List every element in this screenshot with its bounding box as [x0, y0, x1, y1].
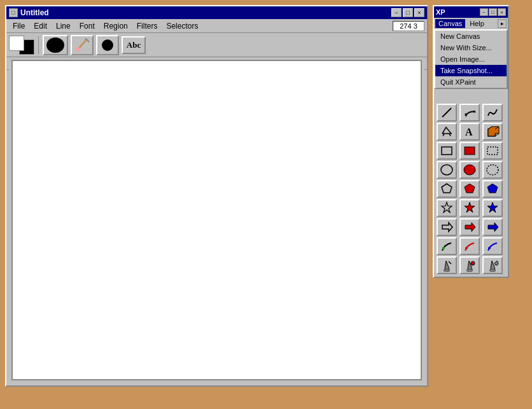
- tool-grid-container: A: [434, 101, 508, 277]
- color-oval-icon: [46, 37, 65, 53]
- arrow-shape-filled-btn[interactable]: [459, 218, 480, 236]
- fill3-tool-btn[interactable]: [482, 256, 503, 274]
- color-swatch-area: [9, 36, 34, 55]
- svg-marker-26: [465, 202, 475, 212]
- menu-bar: File Edit Line Font Region Filters Selec…: [6, 19, 427, 33]
- star-filled-btn[interactable]: [459, 199, 480, 217]
- xpaint-close-btn[interactable]: ×: [498, 8, 506, 16]
- close-button[interactable]: ×: [414, 8, 424, 17]
- dot-tool-button[interactable]: [96, 35, 119, 55]
- menu-region[interactable]: Region: [100, 20, 132, 32]
- svg-line-35: [449, 261, 451, 264]
- poly-lasso-btn[interactable]: [482, 180, 503, 198]
- freehand-tool-btn[interactable]: [482, 104, 503, 121]
- rect-dotted-btn[interactable]: [482, 142, 503, 160]
- background-color[interactable]: [9, 36, 24, 51]
- svg-line-15: [495, 134, 499, 136]
- menu-open-image[interactable]: Open Image...: [435, 53, 507, 65]
- svg-marker-29: [465, 223, 475, 232]
- svg-rect-18: [487, 147, 498, 155]
- xpaint-menu-extra-btn[interactable]: ▸: [498, 19, 507, 28]
- text-tool-button[interactable]: Abc: [122, 36, 146, 54]
- svg-point-37: [471, 261, 475, 265]
- circle-dotted-btn[interactable]: [482, 161, 503, 179]
- menu-file[interactable]: File: [9, 20, 29, 32]
- rect-filled-btn[interactable]: [459, 142, 480, 160]
- star-outline-btn[interactable]: [437, 199, 457, 217]
- color-preview-button[interactable]: [43, 35, 68, 55]
- menu-new-canvas[interactable]: New Canvas: [435, 31, 507, 42]
- xpaint-canvas-menu[interactable]: Canvas: [435, 19, 465, 28]
- menu-filters[interactable]: Filters: [133, 20, 162, 32]
- star-select-btn[interactable]: [482, 199, 503, 217]
- xpaint-title-text: XP: [436, 8, 445, 16]
- brush-tool-button[interactable]: [71, 35, 94, 55]
- coord-display: 274 3: [393, 21, 424, 31]
- poly-outline-btn[interactable]: [437, 180, 457, 198]
- svg-point-20: [464, 165, 475, 175]
- arrow-shape-select-btn[interactable]: [482, 218, 503, 236]
- poly-filled-btn[interactable]: [459, 180, 480, 198]
- fill2-tool-btn[interactable]: [459, 256, 480, 274]
- menu-take-snapshot[interactable]: Take Snapshot...: [435, 65, 507, 76]
- svg-marker-25: [442, 202, 452, 212]
- tool-grid: A: [434, 101, 508, 277]
- svg-point-19: [441, 165, 452, 175]
- dot-icon: [99, 37, 116, 53]
- svg-marker-22: [442, 184, 452, 193]
- svg-point-33: [488, 247, 491, 249]
- brush-icon: [74, 37, 90, 53]
- menu-edit[interactable]: Edit: [30, 20, 51, 32]
- menu-font[interactable]: Font: [76, 20, 99, 32]
- title-bar-left: □ Untitled: [9, 8, 49, 17]
- svg-point-0: [46, 38, 64, 53]
- svg-marker-30: [488, 223, 498, 232]
- svg-point-36: [466, 269, 473, 272]
- menu-line[interactable]: Line: [52, 20, 74, 32]
- title-bar: □ Untitled − □ ×: [6, 6, 427, 19]
- 3d-box-tool-btn[interactable]: [482, 123, 503, 141]
- xpaint-window: XP − □ × Canvas Help ▸ New Canvas New Wi…: [433, 5, 509, 278]
- menu-quit-xpaint[interactable]: Quit XPaint: [435, 76, 507, 88]
- svg-point-21: [487, 165, 498, 175]
- spline-tool-btn[interactable]: [437, 237, 457, 255]
- svg-rect-16: [442, 147, 452, 155]
- svg-point-38: [489, 269, 496, 272]
- canvas-area: [9, 57, 424, 383]
- svg-text:A: A: [465, 127, 473, 137]
- circle-outline-btn[interactable]: [437, 161, 457, 179]
- spline2-tool-btn[interactable]: [459, 237, 480, 255]
- menu-new-with-size[interactable]: New With Size...: [435, 42, 507, 53]
- svg-marker-24: [487, 184, 498, 193]
- circle-filled-btn[interactable]: [459, 161, 480, 179]
- fill-tool-btn[interactable]: [437, 256, 457, 274]
- menu-selectors[interactable]: Selectors: [162, 20, 202, 32]
- arrow-shape-outline-btn[interactable]: [437, 218, 457, 236]
- canvas-dropdown-menu: New Canvas New With Size... Open Image..…: [434, 29, 508, 89]
- svg-point-31: [442, 247, 445, 249]
- rect-outline-btn[interactable]: [437, 142, 457, 160]
- xpaint-maximize-btn[interactable]: □: [489, 8, 497, 16]
- svg-marker-27: [487, 202, 498, 212]
- maximize-button[interactable]: □: [403, 8, 413, 17]
- xpaint-title-buttons: − □ ×: [480, 8, 506, 16]
- svg-marker-23: [465, 184, 475, 193]
- xpaint-menu-bar: Canvas Help ▸: [434, 18, 508, 30]
- svg-point-4: [102, 39, 113, 51]
- toolbar: Abc: [6, 33, 427, 57]
- arrow-tool-btn[interactable]: [459, 104, 480, 121]
- xpaint-help-menu[interactable]: Help: [466, 19, 487, 28]
- main-window-title: Untitled: [20, 8, 49, 17]
- xpaint-title-bar: XP − □ ×: [434, 6, 508, 18]
- canvas-drawing-area[interactable]: [11, 60, 422, 380]
- text-tool-btn[interactable]: A: [459, 123, 480, 141]
- svg-rect-3: [76, 48, 80, 51]
- xpaint-minimize-btn[interactable]: −: [480, 8, 488, 16]
- transform-tool-btn[interactable]: [437, 123, 457, 141]
- toolbar-separator-1: [38, 36, 39, 54]
- svg-marker-28: [442, 223, 452, 232]
- title-bar-icon[interactable]: □: [9, 8, 18, 17]
- line-tool-btn[interactable]: [437, 104, 457, 121]
- spline3-tool-btn[interactable]: [482, 237, 503, 255]
- minimize-button[interactable]: −: [391, 8, 402, 17]
